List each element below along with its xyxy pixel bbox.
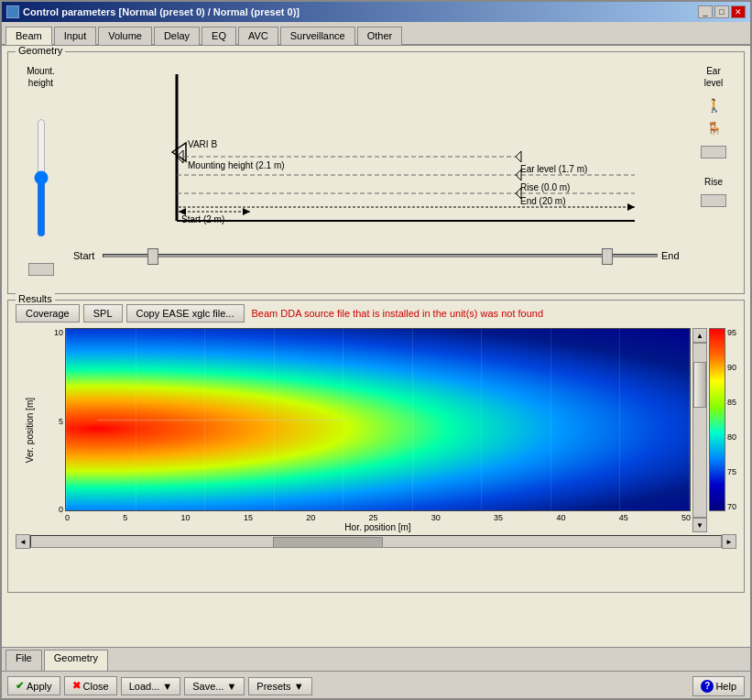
right-sliders: Earlevel 🚶 🪑 Rise [691,65,736,276]
h-scroll-thumb[interactable] [273,537,383,548]
tab-input[interactable]: Input [54,27,96,45]
geometry-group: Geometry Mount.height [7,51,745,294]
svg-text:Rise (0.0 m): Rise (0.0 m) [520,182,570,192]
colorbar-90: 90 [727,363,736,372]
tab-volume[interactable]: Volume [98,27,152,45]
y-tick-0: 0 [45,505,63,514]
window-title: Control parameters [Normal (preset 0) / … [23,6,300,17]
tab-delay[interactable]: Delay [154,27,200,45]
colorbar-75: 75 [727,467,736,476]
heatmap-display [65,328,691,511]
person-standing-icon: 🚶 [706,96,722,115]
results-button-row: Coverage SPL Copy EASE xglc file... Beam… [16,304,736,323]
y-ticks: 10 5 0 [45,328,63,532]
maximize-button[interactable]: □ [714,5,729,18]
footer-tab-file[interactable]: File [5,650,42,671]
end-label: End [661,250,683,261]
y-tick-5: 5 [45,417,63,426]
mount-height-control: Mount.height [16,65,66,276]
start-thumb[interactable] [147,248,158,265]
scroll-down-button[interactable]: ▼ [692,518,707,532]
colorbar-gradient [709,328,725,511]
presets-button[interactable]: Presets ▼ [248,677,311,695]
results-title: Results [16,293,55,304]
x-tick-45: 45 [619,513,628,522]
action-bar: ✔ Apply ✖ Close Load... ▼ Save... ▼ Pres… [2,671,750,700]
load-button[interactable]: Load... ▼ [121,677,181,695]
vertical-scrollbar: ▲ ▼ [692,328,707,532]
scroll-left-button[interactable]: ◄ [16,534,30,549]
x-tick-5: 5 [123,513,127,522]
x-tick-10: 10 [181,513,191,522]
x-tick-50: 50 [681,513,691,522]
geometry-title: Geometry [16,46,65,56]
error-message: Beam DDA source file that is installed i… [252,308,544,319]
close-button[interactable]: ✖ Close [64,676,117,695]
save-dropdown-icon: ▼ [226,681,236,692]
footer-tab-geometry[interactable]: Geometry [44,650,108,671]
tab-eq[interactable]: EQ [202,27,236,45]
colorbar-container: 95 90 85 80 75 70 [709,328,736,532]
colorbar-85: 85 [727,398,736,407]
start-end-slider-row: Start End [71,250,685,261]
tab-avc[interactable]: AVC [238,27,278,45]
copy-ease-button[interactable]: Copy EASE xglc file... [126,304,245,323]
titlebar: Control parameters [Normal (preset 0) / … [2,2,750,22]
x-tick-15: 15 [244,513,253,522]
help-button[interactable]: ? Help [692,676,745,696]
close-window-button[interactable]: ✕ [731,5,746,18]
footer-tab-bar: File Geometry [2,647,750,671]
geometry-diagram: VARI B Mounting height (2.1 m) Ear level… [71,65,685,276]
end-thumb[interactable] [602,248,613,265]
app-icon [6,5,19,18]
titlebar-left: Control parameters [Normal (preset 0) / … [6,5,300,18]
plot-with-yaxis: 10 5 0 [45,328,691,532]
main-content: Geometry Mount.height [2,46,750,647]
apply-button[interactable]: ✔ Apply [7,676,60,695]
help-icon: ? [701,680,714,693]
tab-beam[interactable]: Beam [5,27,52,45]
check-icon: ✔ [16,680,24,692]
minimize-button[interactable]: _ [698,5,713,18]
plot-main: 10 5 0 [45,328,691,532]
results-group: Results Coverage SPL Copy EASE xglc file… [7,300,745,593]
titlebar-controls: _ □ ✕ [698,5,746,18]
start-label: Start [73,250,99,261]
x-tick-0: 0 [65,513,70,522]
mount-height-display [28,263,54,276]
svg-text:Start (2 m): Start (2 m) [181,214,224,224]
x-ticks: 0 5 10 15 20 25 30 35 40 45 50 [65,513,691,522]
rise-title: Rise [704,177,723,187]
svg-text:VARI B: VARI B [188,139,217,149]
svg-text:Mounting height (2.1 m): Mounting height (2.1 m) [188,160,285,170]
save-button[interactable]: Save... ▼ [184,677,245,695]
main-tab-bar: Beam Input Volume Delay EQ AVC Surveilla… [2,22,750,46]
x-tick-30: 30 [431,513,441,522]
mount-height-slider-area [32,96,50,259]
range-slider-track [103,254,658,257]
scroll-up-button[interactable]: ▲ [692,328,707,343]
coverage-button[interactable]: Coverage [16,304,80,323]
tab-other[interactable]: Other [357,27,403,45]
right-panel: ▲ ▼ 95 90 85 80 [692,328,736,532]
scroll-track [692,343,707,518]
svg-text:Ear level (1.7 m): Ear level (1.7 m) [520,164,587,174]
y-axis-label: Ver. position [m] [25,398,35,463]
x-icon: ✖ [72,680,81,692]
mount-height-label: Mount.height [27,65,55,89]
svg-marker-7 [516,151,521,162]
colorbar-95: 95 [727,328,736,337]
plot-container: Ver. position [m] 10 5 0 [16,328,736,532]
dropdown-arrow-icon: ▼ [162,681,172,692]
tab-surveillance[interactable]: Surveillance [280,27,355,45]
mount-height-slider[interactable] [32,118,50,237]
main-window: Control parameters [Normal (preset 0) / … [0,0,752,700]
geometry-svg: VARI B Mounting height (2.1 m) Ear level… [71,65,685,248]
svg-marker-19 [627,203,635,211]
scroll-right-button[interactable]: ► [722,534,736,549]
x-tick-25: 25 [368,513,377,522]
scroll-thumb[interactable] [693,362,706,408]
h-scroll-track [30,535,722,548]
spl-button[interactable]: SPL [83,304,123,323]
x-axis-label: Hor. position [m] [65,522,691,532]
